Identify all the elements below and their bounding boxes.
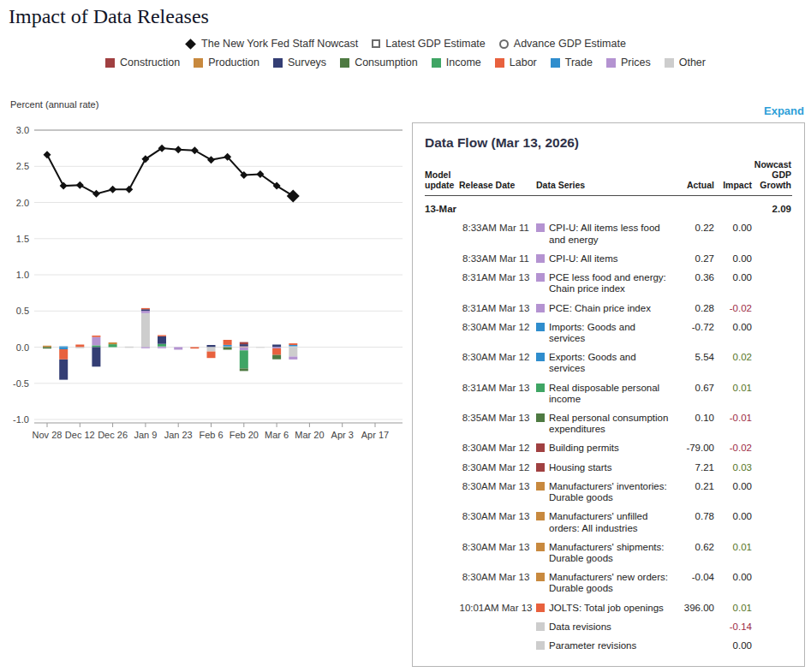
production-swatch-icon bbox=[536, 512, 545, 520]
legend-label: Prices bbox=[621, 56, 651, 68]
series-name: CPI-U: All items less food and energy bbox=[549, 223, 671, 245]
impact-cell: 0.00 bbox=[714, 223, 752, 245]
svg-text:Nov 28: Nov 28 bbox=[33, 430, 63, 440]
dataflow-row: Parameter revisions0.00 bbox=[425, 637, 792, 656]
impact-cell: 0.01 bbox=[714, 383, 752, 405]
impact-cell: 0.00 bbox=[714, 272, 752, 294]
impact-cell: 0.00 bbox=[714, 511, 752, 533]
col-header-data-series: Data Series bbox=[536, 180, 671, 190]
svg-text:Apr 3: Apr 3 bbox=[331, 430, 354, 440]
nowcast-cell bbox=[752, 603, 791, 614]
consumption-swatch-icon bbox=[536, 413, 545, 422]
svg-text:Dec 12: Dec 12 bbox=[65, 430, 95, 440]
nowcast-cell bbox=[752, 640, 791, 651]
dataflow-row: 8:33AM Mar 11CPI-U: All items0.270.00 bbox=[425, 250, 792, 269]
model-update-cell bbox=[425, 572, 459, 594]
svg-text:Apr 17: Apr 17 bbox=[361, 430, 389, 440]
series-name: JOLTS: Total job openings bbox=[549, 603, 664, 614]
svg-text:Jan 9: Jan 9 bbox=[134, 430, 157, 440]
impact-cell: 0.01 bbox=[714, 542, 752, 564]
legend-categories-row: ConstructionProductionSurveysConsumption… bbox=[0, 56, 811, 68]
expand-link[interactable]: Expand bbox=[764, 104, 804, 117]
category-swatch-icon bbox=[432, 58, 441, 68]
col-header-impact: Impact bbox=[714, 180, 752, 190]
series-name: Imports: Goods and services bbox=[549, 322, 671, 344]
nowcast-cell bbox=[752, 572, 791, 594]
actual-cell: 0.10 bbox=[671, 413, 714, 435]
col-header-actual: Actual bbox=[671, 180, 714, 190]
series-name: Data revisions bbox=[549, 621, 611, 633]
model-update-cell bbox=[425, 272, 459, 294]
production-swatch-icon bbox=[536, 543, 545, 551]
legend-label: Labor bbox=[510, 56, 537, 68]
dataflow-row: 8:30AM Mar 13Manufacturers' unfilled ord… bbox=[425, 508, 792, 538]
legend-label: Production bbox=[208, 56, 259, 68]
actual-cell: 0.21 bbox=[671, 481, 714, 503]
series-name: Real personal consumption expenditures bbox=[549, 413, 671, 435]
legend-label: Trade bbox=[565, 56, 593, 68]
actual-cell: 0.22 bbox=[671, 223, 714, 245]
model-update-cell bbox=[425, 640, 459, 651]
model-update-cell bbox=[425, 603, 459, 614]
square-outline-icon bbox=[372, 39, 380, 48]
category-swatch-icon bbox=[105, 58, 115, 68]
nowcast-impact-chart: 3.02.52.01.51.00.50.0-0.5-1.0Nov 28Dec 1… bbox=[0, 114, 407, 452]
spacer bbox=[714, 204, 752, 215]
legend-item-other: Other bbox=[665, 56, 706, 68]
model-update-cell bbox=[425, 383, 459, 405]
legend-item-production: Production bbox=[194, 56, 259, 68]
nowcast-cell bbox=[752, 511, 791, 533]
actual-cell: 5.54 bbox=[671, 352, 714, 374]
actual-cell: 396.00 bbox=[671, 603, 714, 614]
prices-swatch-icon bbox=[536, 223, 545, 232]
dataflow-row: 8:30AM Mar 12Exports: Goods and services… bbox=[425, 348, 792, 378]
series-name: Real disposable personal income bbox=[549, 383, 671, 405]
dataflow-group-row: 13-Mar2.09 bbox=[425, 196, 792, 219]
release-date-cell: 8:30AM Mar 13 bbox=[459, 511, 536, 533]
impact-cell: 0.01 bbox=[714, 603, 752, 614]
legend-item-prices: Prices bbox=[606, 56, 651, 68]
series-cell: Imports: Goods and services bbox=[536, 322, 671, 344]
actual-cell: 0.67 bbox=[671, 383, 714, 405]
legend-item-construction: Construction bbox=[105, 56, 180, 68]
nowcast-cell bbox=[752, 322, 791, 344]
series-cell: Manufacturers' inventories: Durable good… bbox=[536, 481, 671, 503]
legend-label: Income bbox=[446, 56, 481, 68]
model-update-cell bbox=[425, 542, 459, 564]
series-name: Housing starts bbox=[549, 462, 612, 473]
data-flow-header-row: Model update Release Date Data Series Ac… bbox=[425, 159, 792, 196]
income-swatch-icon bbox=[536, 384, 545, 392]
series-cell: Parameter revisions bbox=[536, 640, 671, 651]
series-name: Manufacturers' new orders: Durable goods bbox=[549, 572, 671, 594]
col-header-model-update: Model update bbox=[425, 169, 459, 190]
series-cell: Building permits bbox=[536, 443, 671, 454]
svg-text:Mar 6: Mar 6 bbox=[265, 430, 289, 440]
actual-cell bbox=[671, 640, 714, 651]
nowcast-cell bbox=[752, 443, 791, 454]
legend-item-labor: Labor bbox=[495, 56, 537, 68]
legend-label: Latest GDP Estimate bbox=[385, 38, 486, 50]
dataflow-row: 8:31AM Mar 13Real disposable personal in… bbox=[425, 379, 792, 409]
actual-cell: 0.62 bbox=[671, 542, 714, 564]
legend-label: Other bbox=[679, 56, 706, 68]
actual-cell: 0.36 bbox=[671, 272, 714, 294]
legend-item-circle-outline: Advance GDP Estimate bbox=[499, 38, 626, 50]
spacer bbox=[536, 204, 671, 215]
series-name: Exports: Goods and services bbox=[549, 352, 671, 374]
model-update-cell bbox=[425, 511, 459, 533]
y-axis-label: Percent (annual rate) bbox=[10, 99, 98, 110]
impact-cell: 0.00 bbox=[714, 640, 752, 651]
production-swatch-icon bbox=[536, 573, 545, 581]
other-swatch-icon bbox=[536, 622, 545, 631]
legend-label: Construction bbox=[120, 56, 180, 68]
release-date-cell: 8:30AM Mar 13 bbox=[459, 542, 536, 564]
model-update-cell bbox=[425, 481, 459, 503]
labor-swatch-icon bbox=[536, 604, 545, 612]
dataflow-row: 8:30AM Mar 13Manufacturers' inventories:… bbox=[425, 478, 792, 508]
legend-label: Consumption bbox=[355, 56, 418, 68]
legend-series-row: The New York Fed Staff NowcastLatest GDP… bbox=[0, 38, 811, 50]
legend-item-square-outline: Latest GDP Estimate bbox=[372, 38, 486, 50]
series-cell: CPI-U: All items bbox=[536, 253, 671, 265]
svg-text:2.0: 2.0 bbox=[16, 198, 29, 208]
release-date-cell: 8:33AM Mar 11 bbox=[459, 223, 536, 245]
